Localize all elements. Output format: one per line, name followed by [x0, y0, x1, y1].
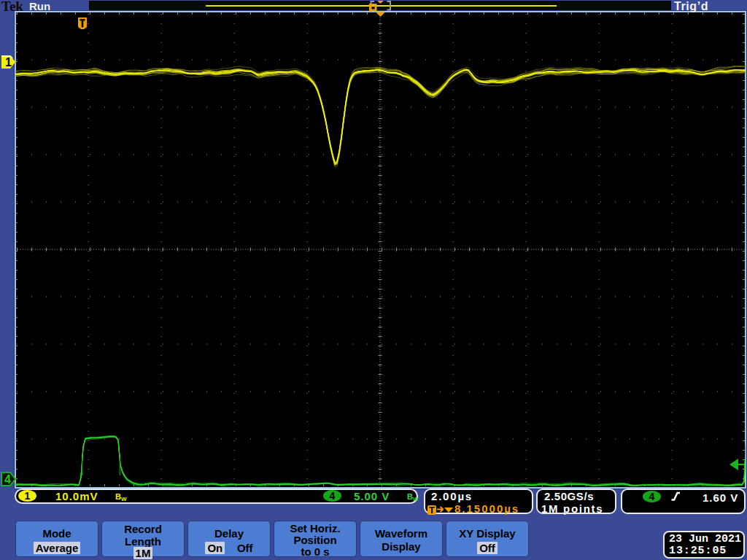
svg-text:4: 4	[4, 473, 11, 486]
svg-text:1: 1	[5, 56, 12, 69]
